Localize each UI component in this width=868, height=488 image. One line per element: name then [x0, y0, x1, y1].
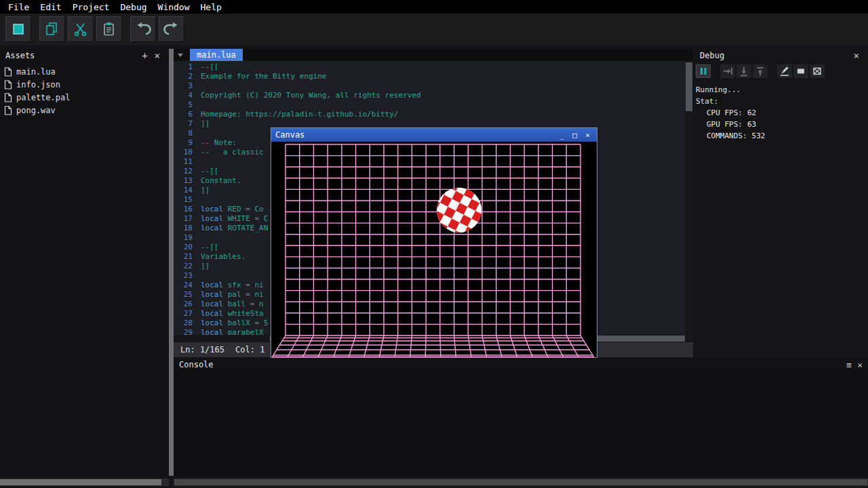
maximize-button[interactable]: □: [570, 131, 580, 140]
fill-breakpoint-button[interactable]: [793, 64, 808, 78]
cut-button[interactable]: [68, 16, 94, 42]
step-into-button[interactable]: [736, 64, 751, 78]
run-stop-button[interactable]: [5, 16, 31, 42]
asset-file-item[interactable]: pong.wav: [0, 104, 169, 117]
pencil-icon: [779, 66, 790, 77]
code-keyword: local: [201, 224, 223, 233]
status-line-info: Ln: 1/165: [180, 345, 224, 354]
asset-file-list: main.lua info.json palette.pal: [0, 62, 169, 117]
hscroll-thumb[interactable]: [0, 479, 161, 485]
debug-toolbar: [696, 64, 868, 79]
main-toolbar: [0, 14, 868, 45]
assets-close-button[interactable]: ×: [151, 49, 163, 62]
line-number: 10: [174, 148, 193, 157]
code-text: Homepage: https://paladin-t.github.io/bi…: [201, 110, 398, 119]
line-number: 12: [174, 167, 193, 176]
stat-value: 62: [747, 108, 756, 117]
code-line: 1--[[: [174, 62, 685, 72]
line-number: 21: [174, 252, 193, 262]
step-out-button[interactable]: [753, 64, 768, 78]
line-number: 14: [174, 186, 193, 195]
line-number: 22: [174, 262, 193, 271]
close-button[interactable]: ×: [583, 131, 593, 140]
line-number: 20: [174, 243, 193, 252]
menu-item[interactable]: Help: [195, 2, 227, 12]
code-keyword: local: [201, 300, 223, 309]
assets-title: Assets: [5, 51, 35, 60]
add-asset-button[interactable]: +: [138, 49, 151, 62]
menu-item[interactable]: File: [3, 2, 35, 12]
stop-icon: [10, 21, 26, 37]
menu-item[interactable]: Project: [67, 2, 115, 12]
code-text: ballX = 5: [223, 319, 268, 328]
menu-item[interactable]: Window: [153, 2, 195, 12]
menu-item[interactable]: Debug: [115, 2, 152, 12]
code-text: sfx = ni: [223, 281, 264, 290]
file-icon: [4, 93, 12, 102]
paste-button[interactable]: [96, 16, 122, 42]
undo-button[interactable]: [130, 16, 156, 42]
pause-button[interactable]: [696, 64, 711, 78]
code-text: --[[: [201, 243, 219, 252]
clear-breakpoints-button[interactable]: [810, 64, 825, 78]
hscroll-thumb[interactable]: [174, 479, 867, 485]
tab-label: main.lua: [197, 50, 236, 60]
canvas-scene: [271, 142, 597, 357]
code-line: 6Homepage: https://paladin-t.github.io/b…: [174, 110, 685, 119]
boing-ball-checkers: [437, 188, 481, 232]
code-text: Variables.: [201, 252, 245, 262]
line-number: 2: [174, 72, 193, 81]
tab-main-lua[interactable]: main.lua: [190, 49, 243, 61]
canvas-title-bar[interactable]: Canvas _ □ ×: [271, 128, 597, 142]
debug-stats: CPU FPS:62 GPU FPS:63 COMMANDS:532: [696, 107, 868, 142]
stat-label: CPU FPS:: [707, 108, 743, 117]
assets-splitter[interactable]: [169, 49, 174, 476]
asset-file-item[interactable]: info.json: [0, 78, 169, 91]
step-out-icon: [755, 66, 766, 77]
debug-running-status: Running...: [696, 84, 868, 96]
step-over-button[interactable]: [720, 64, 735, 78]
menu-item[interactable]: Edit: [35, 2, 66, 12]
line-number: 29: [174, 328, 193, 335]
code-keyword: local: [201, 328, 223, 335]
file-icon: [4, 67, 12, 77]
console-list-icon[interactable]: ≡: [846, 360, 852, 370]
line-number: 11: [174, 157, 193, 167]
app-window: { "colors": { "accent_teal": "#12b3b3", …: [0, 0, 868, 488]
redo-button[interactable]: [159, 16, 184, 42]
step-into-icon: [738, 66, 749, 77]
code-keyword: local: [201, 214, 223, 224]
console-output[interactable]: [174, 370, 868, 477]
code-text: ]]: [201, 186, 210, 195]
paste-icon: [101, 21, 117, 37]
code-line: 3: [174, 81, 685, 91]
tab-list-dropdown-icon[interactable]: [178, 54, 183, 57]
vscroll-thumb[interactable]: [686, 62, 692, 111]
status-col-info: Col: 1: [235, 345, 264, 354]
code-line: 5: [174, 100, 685, 110]
edit-breakpoint-button[interactable]: [777, 64, 792, 78]
cut-icon: [73, 21, 89, 37]
assets-header: Assets + ×: [0, 49, 169, 62]
stat-value: 532: [752, 131, 766, 140]
line-number: 5: [174, 100, 193, 110]
copy-button[interactable]: [39, 16, 65, 42]
asset-file-item[interactable]: palette.pal: [0, 91, 169, 104]
minimize-button[interactable]: _: [557, 131, 567, 140]
editor-vertical-scrollbar[interactable]: [685, 61, 693, 342]
console-panel: Console ≡ ×: [174, 358, 868, 477]
line-number: 25: [174, 290, 193, 300]
stat-value: 63: [747, 120, 756, 129]
game-canvas[interactable]: [271, 142, 597, 357]
debug-close-button[interactable]: ×: [850, 49, 863, 62]
debug-panel: Debug ×: [694, 49, 868, 357]
line-number: 4: [174, 91, 193, 100]
line-number: 24: [174, 281, 193, 290]
assets-horizontal-scrollbar[interactable]: [0, 479, 169, 486]
console-close-button[interactable]: ×: [857, 360, 863, 370]
console-horizontal-scrollbar[interactable]: [174, 479, 868, 486]
code-line: 4Copyright (C) 2020 Tony Wang, all right…: [174, 91, 685, 100]
code-text: Example for the Bitty engine: [201, 72, 326, 81]
code-line: 2Example for the Bitty engine: [174, 72, 685, 81]
asset-file-item[interactable]: main.lua: [0, 65, 169, 78]
